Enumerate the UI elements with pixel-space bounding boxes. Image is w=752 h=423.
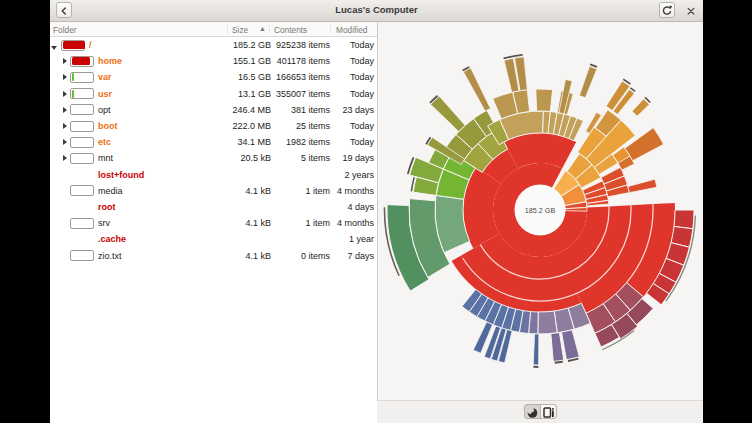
svg-text:185.2 GB: 185.2 GB [525, 206, 556, 215]
